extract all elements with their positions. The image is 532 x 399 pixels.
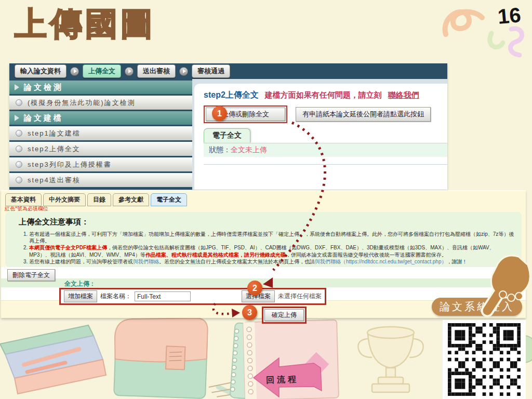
status-value: 全文未上傳 <box>231 145 267 154</box>
status-row: 狀態：全文未上傳 <box>204 143 447 157</box>
notice-item: 若有超過一個檔案須上傳，可利用下方「增加檔案」功能增加上傳檔案的數量，上傳時僅需… <box>29 231 514 244</box>
sidebar-item-label: step4送出審核 <box>28 176 81 185</box>
triangle-icon <box>15 115 19 121</box>
contact-us-link[interactable]: 聯絡我們 <box>388 90 419 99</box>
notice-text: 作品檔案、程式執行檔或是其他格式檔案，請另行燒錄成光碟 <box>145 252 286 258</box>
sidebar-item[interactable]: step2上傳全文 <box>9 142 192 156</box>
detail-tab[interactable]: 電子全文 <box>151 193 187 206</box>
trophy-illustration <box>358 327 423 392</box>
notice-text: ，謝謝！ <box>446 259 467 264</box>
step2-header: step2上傳全文建檔方面如果有任何問題，請立刻聯絡我們 <box>204 90 447 101</box>
notice-text: 若您有線上建檔的問題，可洽詢學校管理者或 <box>29 259 133 264</box>
notice-text: ，併同紙本論文或書面報告繳交學校代收後統一寄送國家圖書館保存。 <box>286 252 447 258</box>
sidebar-item-label: step2上傳全文 <box>28 144 81 154</box>
status-label: 狀態： <box>209 145 231 154</box>
contact-link[interactable]: 與我們聯絡 <box>133 259 159 264</box>
upload-button-row: 上傳或刪除全文 有申請紙本論文延後公開者請點選此按鈕 <box>204 105 447 123</box>
notebook-illustration <box>230 320 339 399</box>
sidebar-item[interactable]: (模擬身份無法此功能)論文檢測 <box>9 96 192 110</box>
add-file-button[interactable]: 增加檔案 <box>64 290 97 302</box>
pencil-case-illustration <box>0 325 244 399</box>
step-button[interactable]: 輸入論文資料 <box>15 64 66 78</box>
sidebar-item[interactable]: step3列印及上傳授權書 <box>9 157 192 171</box>
callout-1: 1 <box>212 106 227 121</box>
no-file-chosen-text: 未選擇任何檔案 <box>278 292 322 301</box>
arrow-right-icon <box>125 67 134 76</box>
sidebar-item-label: (模擬身份無法此功能)論文檢測 <box>28 98 136 108</box>
bullet-orb-icon <box>16 99 22 106</box>
triangle-icon <box>15 84 19 90</box>
bullet-orb-icon <box>16 145 22 152</box>
detail-tab[interactable]: 中外文摘要 <box>43 193 86 206</box>
divider <box>204 164 447 165</box>
sidebar-item-label: step3列印及上傳授權書 <box>28 160 112 169</box>
filename-label: 檔案名稱： <box>100 292 131 301</box>
filename-input[interactable] <box>135 291 191 301</box>
detail-tab[interactable]: 基本資料 <box>5 193 42 206</box>
sidebar-menu: 論文檢測(模擬身份無法此功能)論文檢測論文建檔step1論文建檔step2上傳全… <box>9 79 192 190</box>
notice-text: 本網頁僅供電子全文PDF檔案上傳 <box>29 245 107 250</box>
notice-text: 若有超過一個檔案須上傳，可利用下方「增加檔案」功能增加上傳檔案的數量，上傳時僅需… <box>29 231 514 244</box>
arrow-right-icon <box>70 67 79 76</box>
notice-item: 本網頁僅供電子全文PDF檔案上傳，倘若您的學位論文包括高解析度圖檔（如JPG、T… <box>29 244 514 258</box>
detail-tabs: 基本資料中外文摘要目錄參考文獻電子全文 <box>5 193 187 206</box>
flow-back-label[interactable]: 回流程 <box>266 374 299 386</box>
qr-code <box>443 320 526 399</box>
thesis-system-screenshot-top: 輸入論文資料上傳全文送出審核審核通過 論文檢測(模擬身份無法此功能)論文檢測論文… <box>9 63 447 190</box>
section-label: 論文建檔 <box>24 113 63 123</box>
contact-link[interactable]: （https://ndltdcc.ncl.edu.tw/get_contact.… <box>341 259 446 264</box>
notice-list: 若有超過一個檔案須上傳，可利用下方「增加檔案」功能增加上傳檔案的數量，上傳時僅需… <box>29 231 514 265</box>
step2-title: step2上傳全文 <box>204 90 259 99</box>
login-button[interactable]: 論文系統登入 <box>432 298 522 316</box>
content-band <box>1 267 526 278</box>
bullet-orb-icon <box>16 130 22 137</box>
sidebar-section-header[interactable]: 論文檢測 <box>9 81 192 94</box>
slide-title: 上傳國圖 <box>15 2 156 46</box>
sidebar-section-header[interactable]: 論文建檔 <box>9 111 192 125</box>
confirm-upload-button[interactable]: 確定上傳 <box>264 309 304 321</box>
folder-illustration <box>113 315 245 399</box>
notice-item: 若您有線上建檔的問題，可洽詢學校管理者或與我們聯絡。若您的全文無法自行上傳或全文… <box>29 258 514 265</box>
step-button[interactable]: 上傳全文 <box>83 64 121 78</box>
section-label: 論文檢測 <box>24 83 63 92</box>
callout-highlight-box-3: 確定上傳 <box>262 307 307 324</box>
upload-notice-box: 上傳全文注意事項： 若有超過一個檔案須上傳，可利用下方「增加檔案」功能增加上傳檔… <box>5 212 522 267</box>
sidebar-item[interactable]: step1論文建檔 <box>9 126 192 140</box>
callout-highlight-box-2: 增加檔案 檔案名稱： 選擇檔案 未選擇任何檔案 <box>59 288 326 305</box>
notice-title: 上傳全文注意事項： <box>19 217 514 227</box>
step-button[interactable]: 審核通過 <box>192 64 230 78</box>
detail-tab[interactable]: 參考文獻 <box>113 193 149 206</box>
callout-2: 2 <box>247 281 262 296</box>
main-content-area: step2上傳全文建檔方面如果有任何問題，請立刻聯絡我們 上傳或刪除全文 有申請… <box>192 79 447 190</box>
step2-panel: step2上傳全文建檔方面如果有任何問題，請立刻聯絡我們 上傳或刪除全文 有申請… <box>194 84 447 190</box>
sidebar-item[interactable]: step4送出審核 <box>9 173 192 187</box>
delay-public-button[interactable]: 有申請紙本論文延後公開者請點選此按鈕 <box>296 107 431 122</box>
bullet-orb-icon <box>16 177 22 183</box>
page-number: 16 <box>497 3 522 29</box>
contact-alert-text: 建檔方面如果有任何問題，請立刻 <box>265 90 382 99</box>
step-progress-bar: 輸入論文資料上傳全文送出審核審核通過 <box>9 63 447 79</box>
required-field-note: 紅色*號為必填欄位 <box>5 205 48 212</box>
step-button[interactable]: 送出審核 <box>137 64 176 78</box>
bullet-orb-icon <box>16 161 22 168</box>
delete-etext-button[interactable]: 刪除電子全文 <box>7 269 55 281</box>
arrow-right-icon <box>179 67 188 76</box>
etext-tab[interactable]: 電子全文 <box>204 128 250 143</box>
callout-3: 3 <box>242 305 257 320</box>
sidebar-item-label: step1論文建檔 <box>28 129 81 138</box>
fulltext-upload-label: 全文上傳： <box>1 278 526 287</box>
notice-text: 。若您的全文無法自行上傳或全文檔案太大無法於本網頁上傳，也請 <box>159 259 315 264</box>
detail-tab[interactable]: 目錄 <box>87 193 111 206</box>
contact-link[interactable]: 與我們聯絡 <box>315 259 341 264</box>
